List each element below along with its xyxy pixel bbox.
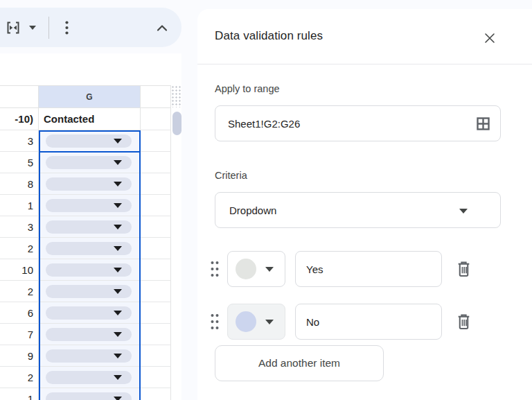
dropdown-chip[interactable] — [46, 306, 132, 320]
cell-g-dropdown[interactable] — [39, 195, 141, 216]
cell-f-value[interactable]: 1 — [0, 195, 39, 216]
table-row: 5 — [0, 152, 171, 173]
active-cell-border — [39, 130, 141, 153]
select-data-range-icon[interactable] — [476, 116, 490, 133]
collapse-toolbar-chevron-up-icon[interactable] — [153, 19, 171, 37]
drag-handle-icon[interactable] — [209, 313, 222, 331]
table-row: 2 — [0, 238, 171, 259]
cell-g-dropdown[interactable] — [39, 216, 141, 237]
cell-f1[interactable]: -10) — [0, 108, 39, 130]
dropdown-caret-icon — [114, 397, 122, 400]
dropdown-chip[interactable] — [46, 220, 132, 234]
cell-f-value[interactable]: 2 — [0, 238, 39, 259]
dropdown-chip[interactable] — [46, 285, 132, 298]
dropdown-caret-icon — [114, 289, 122, 294]
table-row: 2 — [0, 281, 171, 302]
toolbar — [0, 8, 181, 47]
dropdown-caret-icon — [114, 375, 122, 380]
dropdown-chip[interactable] — [46, 199, 132, 212]
cell-h[interactable] — [141, 216, 171, 237]
add-another-item-button[interactable]: Add another item — [215, 345, 384, 381]
table-row: 1 — [0, 388, 171, 400]
table-row: 7 — [0, 324, 171, 345]
cell-g-dropdown[interactable] — [39, 152, 141, 173]
cell-h[interactable] — [141, 388, 171, 400]
criteria-label: Criteria — [215, 170, 247, 181]
cell-f-value[interactable]: 2 — [0, 367, 39, 388]
drag-handle-icon[interactable] — [209, 260, 222, 278]
column-header-row: G — [0, 85, 171, 108]
dropdown-chip[interactable] — [46, 371, 132, 384]
cell-g-dropdown[interactable] — [39, 302, 141, 323]
close-button[interactable] — [481, 30, 498, 46]
cell-h[interactable] — [141, 345, 171, 366]
delete-item-button[interactable] — [454, 259, 473, 279]
cell-f-value[interactable]: 3 — [0, 216, 39, 237]
merge-options-chevron-down-icon[interactable] — [26, 21, 39, 35]
cell-h1[interactable] — [141, 108, 171, 130]
cell-h[interactable] — [141, 195, 171, 216]
dropdown-chip[interactable] — [46, 263, 132, 277]
column-header-g[interactable]: G — [39, 86, 141, 107]
item-value-input[interactable] — [295, 304, 442, 340]
dropdown-caret-icon — [114, 182, 122, 186]
cell-f-value[interactable]: 9 — [0, 345, 39, 366]
criteria-value: Dropdown — [229, 205, 276, 216]
cell-h[interactable] — [141, 238, 171, 259]
item-color-picker[interactable] — [227, 304, 285, 340]
delete-item-button[interactable] — [454, 312, 473, 331]
cell-f-value[interactable]: 6 — [0, 302, 39, 323]
cell-h[interactable] — [141, 302, 171, 323]
vertical-scrollbar-thumb[interactable] — [172, 112, 181, 135]
cell-h[interactable] — [141, 259, 171, 280]
table-row: 10 — [0, 259, 171, 281]
cell-f-value[interactable]: 1 — [0, 388, 39, 400]
column-header-h[interactable] — [141, 86, 171, 107]
cell-f-value[interactable]: 8 — [0, 173, 39, 194]
cell-h[interactable] — [141, 152, 171, 173]
table-row: 6 — [0, 302, 171, 324]
cell-f-value[interactable]: 7 — [0, 324, 39, 345]
trash-icon — [455, 313, 472, 331]
color-caret-icon — [265, 320, 274, 324]
cell-g-dropdown[interactable] — [39, 173, 141, 194]
cell-g-dropdown[interactable] — [39, 388, 141, 400]
item-color-picker[interactable] — [227, 251, 285, 287]
cell-f-value[interactable]: 3 — [0, 130, 39, 151]
cell-h[interactable] — [141, 130, 171, 151]
dropdown-chip[interactable] — [46, 349, 132, 363]
dropdown-chip[interactable] — [46, 156, 132, 169]
cell-g-dropdown[interactable] — [39, 324, 141, 345]
table-row: 8 — [0, 173, 171, 195]
criteria-select[interactable]: Dropdown — [215, 192, 501, 228]
cell-g-dropdown[interactable] — [39, 367, 141, 388]
merge-cells-icon[interactable] — [4, 19, 22, 37]
cell-g-dropdown[interactable] — [39, 281, 141, 302]
kebab-menu-icon[interactable] — [57, 19, 76, 37]
item-color-swatch — [236, 259, 256, 279]
cell-f-value[interactable]: 2 — [0, 281, 39, 302]
cell-g-dropdown[interactable] — [39, 259, 141, 280]
cell-h[interactable] — [141, 173, 171, 194]
close-icon — [484, 33, 495, 44]
item-value-input[interactable] — [295, 251, 442, 287]
cell-g-dropdown[interactable] — [39, 238, 141, 259]
dropdown-chip[interactable] — [46, 328, 132, 341]
cell-f-value[interactable]: 5 — [0, 152, 39, 173]
dropdown-chip[interactable] — [46, 177, 132, 191]
range-value: Sheet1!G2:G26 — [228, 118, 300, 130]
item-color-swatch — [236, 311, 256, 332]
range-input[interactable]: Sheet1!G2:G26 — [215, 105, 501, 141]
cell-h[interactable] — [141, 281, 171, 302]
cell-g1[interactable]: Contacted — [39, 108, 141, 130]
cell-h[interactable] — [141, 367, 171, 388]
dropdown-chip[interactable] — [46, 242, 132, 255]
toolbar-divider — [48, 17, 49, 39]
column-header-f[interactable] — [0, 86, 39, 107]
color-caret-icon — [265, 267, 274, 272]
cell-h[interactable] — [141, 324, 171, 345]
dropdown-chip[interactable] — [46, 392, 132, 400]
cell-f-value[interactable]: 10 — [0, 259, 39, 280]
dropdown-caret-icon — [114, 246, 122, 251]
cell-g-dropdown[interactable] — [39, 345, 141, 366]
